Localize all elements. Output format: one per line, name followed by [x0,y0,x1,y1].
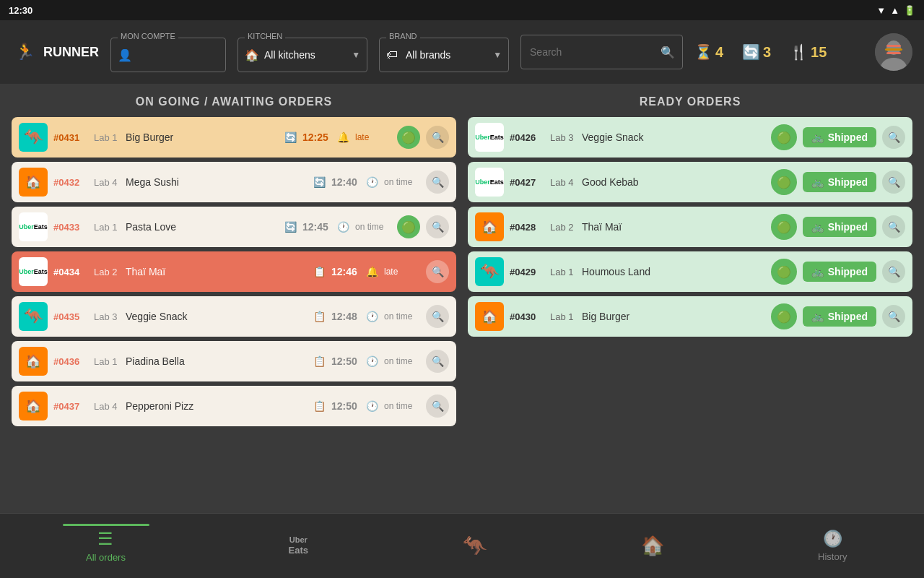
nav-history[interactable]: 🕐 History [803,524,861,568]
order-id: #0435 [53,311,88,322]
ready-order-lab: Lab 3 [550,132,576,143]
ubereats-logo: UberEats [19,212,48,241]
order-search-button[interactable]: 🔍 [426,260,449,283]
courier-button[interactable]: 🟢 [397,126,420,149]
ready-order-lab: Lab 1 [550,311,576,322]
shipped-button[interactable]: 🚲 Shipped [803,127,876,147]
order-time: 12:40 [331,176,360,188]
nav-ubereats[interactable]: Uber Eats [274,530,323,562]
ready-order-row: 🦘 #0429 Lab 1 Houmous Land 🟢 🚲 Shipped 🔍 [468,251,912,292]
order-name: Pasta Love [126,221,279,233]
signal-icon: ▲ [890,5,899,16]
kitchen-dropdown[interactable]: KITCHEN 🏠 All kitchens ▼ [237,38,367,72]
ready-order-name: Good Kebab [582,176,765,188]
ready-order-lab: Lab 1 [550,267,576,277]
courier-circle[interactable]: 🟢 [771,303,797,329]
time-icon: 🔄 [284,131,297,143]
app-logo: 🏃 RUNNER [12,39,99,65]
shipped-button[interactable]: 🚲 Shipped [803,306,876,327]
order-name: Thaï Maï [126,266,308,277]
shipped-button[interactable]: 🚲 Shipped [803,262,876,282]
order-name: Mega Sushi [126,176,308,188]
nav-all-orders[interactable]: ☰ All orders [71,523,140,569]
time-icon: 🔄 [313,176,326,188]
justeat-logo: 🏠 [475,212,504,241]
right-panel-title: READY ORDERS [468,95,912,108]
nav-deliveroo[interactable]: 🦘 [448,528,502,564]
app-name: RUNNER [43,45,99,60]
ubereats-logo: UberEats [19,257,48,286]
kitchen-label: KITCHEN [245,32,285,40]
account-dropdown[interactable]: MON COMPTE 👤 [110,38,226,72]
bottom-bar: ☰ All orders Uber Eats 🦘 🏠 🕐 History [0,513,924,578]
account-field[interactable]: 👤 [110,38,226,72]
courier-circle[interactable]: 🟢 [771,169,797,195]
list-icon: ☰ [97,529,113,549]
deliveroo-logo: 🦘 [19,123,48,152]
kitchen-icon: 🏠 [245,48,259,62]
bike-icon: 🚲 [811,311,824,322]
avatar-image [875,33,912,71]
status-text: on time [384,401,420,411]
order-search-button[interactable]: 🔍 [426,350,449,373]
order-name: Pepperoni Pizz [126,400,308,412]
status-text: on time [384,356,420,366]
ready-search-button[interactable]: 🔍 [882,260,905,283]
status-icon: 🕐 [366,400,378,412]
courier-circle[interactable]: 🟢 [771,259,797,285]
ready-search-button[interactable]: 🔍 [882,171,905,194]
kitchen-field[interactable]: 🏠 All kitchens ▼ [237,38,367,72]
courier-circle[interactable]: 🟢 [771,124,797,150]
shipped-button[interactable]: 🚲 Shipped [803,217,876,237]
ready-search-button[interactable]: 🔍 [882,215,905,238]
ready-search-button[interactable]: 🔍 [882,305,905,328]
avatar[interactable] [875,33,912,71]
order-name: Piadina Bella [126,355,308,367]
order-row: 🦘 #0435 Lab 3 Veggie Snack 📋 12:48 🕐 on … [12,296,456,337]
justeat-logo: 🏠 [19,347,48,376]
nav-justeat[interactable]: 🏠 [627,529,679,563]
shipped-label: Shipped [828,176,868,188]
brand-value: All brands [406,49,450,61]
ongoing-orders-list: 🦘 #0431 Lab 1 Big Burger 🔄 12:25 🔔 late … [12,117,456,431]
order-lab: Lab 4 [94,177,120,188]
deliveroo-logo: 🦘 [19,302,48,331]
search-input[interactable] [530,46,656,58]
ready-order-name: Big Burger [582,311,765,322]
order-lab: Lab 1 [94,222,120,233]
brand-label: BRAND [386,32,420,40]
ready-order-lab: Lab 4 [550,177,576,188]
search-box[interactable]: 🔍 [520,35,683,69]
ready-order-id: #0426 [510,132,544,143]
courier-button[interactable]: 🟢 [397,215,420,238]
ready-order-name: Thaï Maï [582,221,765,233]
ubereats-logo: UberEats [475,123,504,152]
status-icon: 🔔 [366,266,378,277]
order-search-button[interactable]: 🔍 [426,394,449,418]
brand-field[interactable]: 🏷 All brands ▼ [379,38,509,72]
order-id: #0434 [53,267,88,277]
ready-order-name: Houmous Land [582,266,765,277]
ready-search-button[interactable]: 🔍 [882,126,905,149]
status-icons: ▼ ▲ 🔋 [876,5,915,16]
chevron-down-icon-brand: ▼ [493,50,502,60]
status-bar: 12:30 ▼ ▲ 🔋 [0,0,924,20]
order-search-button[interactable]: 🔍 [426,126,449,149]
shipped-label: Shipped [828,131,868,143]
brand-dropdown[interactable]: BRAND 🏷 All brands ▼ [379,38,509,72]
pending-stat: ⏳ 4 [694,43,731,61]
justeat-logo: 🏠 [19,392,48,420]
order-search-button[interactable]: 🔍 [426,215,449,238]
bike-icon: 🚲 [811,131,824,143]
ready-order-id: #0429 [510,267,544,277]
order-search-button[interactable]: 🔍 [426,305,449,328]
ready-order-row: 🏠 #0430 Lab 1 Big Burger 🟢 🚲 Shipped 🔍 [468,296,912,337]
battery-icon: 🔋 [904,5,915,16]
shipped-button[interactable]: 🚲 Shipped [803,172,876,192]
courier-circle[interactable]: 🟢 [771,214,797,240]
nav-all-orders-label: All orders [86,552,126,563]
kitchen-value: All kitchens [264,49,315,61]
order-id: #0433 [53,222,88,233]
order-lab: Lab 1 [94,356,120,367]
order-search-button[interactable]: 🔍 [426,171,449,194]
